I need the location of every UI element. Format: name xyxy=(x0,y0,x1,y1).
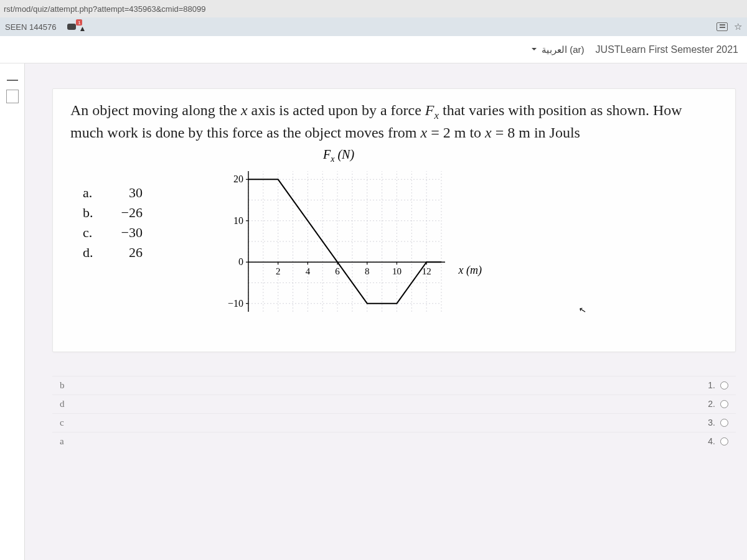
option-row-4[interactable]: a .4 xyxy=(52,432,736,450)
svg-text:6: 6 xyxy=(335,266,340,276)
qt-x3: x xyxy=(485,124,492,141)
qt-5: = 8 m in Jouls xyxy=(492,124,580,141)
answer-value-list: a. 30 b. −26 c. −30 d. 26 xyxy=(83,185,143,264)
chart-ylabel: Fx (N) xyxy=(323,147,354,164)
answer-radio-group: b .1 d .2 c .3 xyxy=(52,376,736,450)
qt-f: F xyxy=(425,102,435,118)
question-text: An object moving along the x axis is act… xyxy=(70,100,718,144)
bookmark-star-icon[interactable]: ☆ xyxy=(734,21,742,32)
answer-b: b. −26 xyxy=(83,205,143,221)
force-chart: Fx (N) −100102024681012 x (m) xyxy=(161,147,718,340)
svg-text:−10: −10 xyxy=(228,298,243,309)
language-label: العربية (ar) xyxy=(542,44,585,55)
svg-text:10: 10 xyxy=(233,215,243,226)
qt-x1: x xyxy=(241,102,248,118)
tab-title[interactable]: SEEN 144576 xyxy=(5,22,56,32)
chat-icon[interactable] xyxy=(67,24,76,30)
answer-b-value: −26 xyxy=(111,205,143,221)
language-selector[interactable]: العربية (ar) xyxy=(532,44,585,55)
url-text: rst/mod/quiz/attempt.php?attempt=435963&… xyxy=(4,4,206,14)
option-3-num: .3 xyxy=(708,418,715,427)
svg-text:0: 0 xyxy=(238,256,243,267)
qt-x2: x xyxy=(421,124,428,141)
option-2-num: .2 xyxy=(708,399,715,409)
chevron-down-icon xyxy=(532,44,539,55)
answer-a: a. 30 xyxy=(83,185,143,201)
svg-text:4: 4 xyxy=(306,266,311,276)
answer-a-letter: a. xyxy=(83,185,99,201)
url-bar[interactable]: rst/mod/quiz/attempt.php?attempt=435963&… xyxy=(0,0,747,17)
radio-icon[interactable] xyxy=(720,437,728,446)
svg-text:2: 2 xyxy=(276,266,281,276)
nav-current-marker[interactable] xyxy=(7,67,18,81)
option-row-3[interactable]: c .3 xyxy=(52,413,736,432)
content-area: An object moving along the x axis is act… xyxy=(25,63,747,560)
chart-xlabel: x (m) xyxy=(459,264,482,277)
option-3-letter: c xyxy=(60,418,64,428)
site-title: JUSTLearn First Semester 2021 xyxy=(596,44,738,55)
svg-text:20: 20 xyxy=(233,174,243,184)
option-4-letter: a xyxy=(60,436,64,447)
reader-view-icon[interactable] xyxy=(716,22,728,31)
option-1-letter: b xyxy=(60,380,65,391)
radio-icon[interactable] xyxy=(720,419,728,427)
quiz-navigation-rail xyxy=(0,63,25,560)
notification-bell[interactable]: 1 ▲ xyxy=(78,22,87,31)
site-header: العربية (ar) JUSTLearn First Semester 20… xyxy=(0,36,747,63)
qt-2: axis is acted upon by a force xyxy=(248,102,425,118)
tab-bar: SEEN 144576 1 ▲ ☆ xyxy=(0,17,747,36)
bell-icon: ▲ xyxy=(78,24,86,33)
answer-c: c. −30 xyxy=(83,225,143,241)
qt-fx-sub: x xyxy=(435,110,439,121)
svg-text:8: 8 xyxy=(365,266,370,276)
option-row-2[interactable]: d .2 xyxy=(52,394,736,413)
nav-question-box[interactable] xyxy=(6,90,19,103)
qt-1: An object moving along the xyxy=(70,102,241,118)
radio-icon[interactable] xyxy=(720,400,728,408)
radio-icon[interactable] xyxy=(720,381,728,390)
answer-b-letter: b. xyxy=(83,205,99,221)
question-card: An object moving along the x axis is act… xyxy=(52,88,736,352)
chart-svg: −100102024681012 xyxy=(223,165,448,327)
answer-d-value: 26 xyxy=(111,245,143,261)
notification-badge: 1 xyxy=(76,19,82,26)
option-4-num: .4 xyxy=(708,436,715,446)
qt-4: = 2 m to xyxy=(427,124,485,141)
answer-d: d. 26 xyxy=(83,245,143,261)
answer-c-letter: c. xyxy=(83,225,99,241)
browser-chrome: rst/mod/quiz/attempt.php?attempt=435963&… xyxy=(0,0,747,36)
answer-d-letter: d. xyxy=(83,245,99,261)
svg-text:12: 12 xyxy=(422,266,431,276)
option-row-1[interactable]: b .1 xyxy=(52,376,736,394)
answer-a-value: 30 xyxy=(111,185,143,201)
option-2-letter: d xyxy=(60,399,65,409)
svg-text:10: 10 xyxy=(392,266,402,276)
answer-c-value: −30 xyxy=(111,225,143,241)
option-1-num: .1 xyxy=(708,380,715,390)
